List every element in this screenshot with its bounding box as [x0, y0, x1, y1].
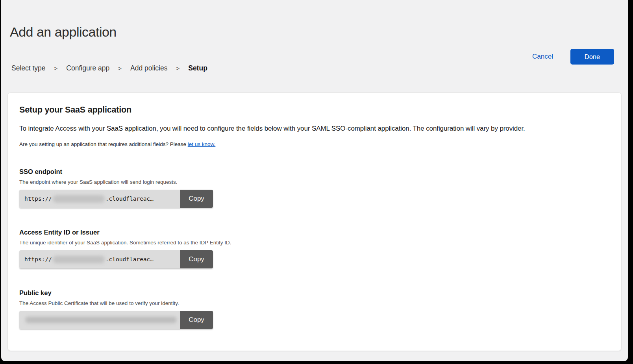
- value-prefix: https://: [24, 196, 52, 202]
- page: Add an application Cancel Done Select ty…: [1, 24, 628, 361]
- let-us-know-link[interactable]: let us know.: [188, 141, 216, 147]
- field-label: Public key: [19, 289, 609, 297]
- breadcrumb-item-add-policies[interactable]: Add policies: [130, 64, 167, 72]
- field-label: SSO endpoint: [19, 168, 609, 176]
- redacted-value: [25, 317, 177, 323]
- field-description: The Access Public Certificate that will …: [19, 300, 609, 306]
- field-description: The endpoint where your SaaS application…: [19, 179, 609, 185]
- copy-button[interactable]: Copy: [180, 311, 213, 329]
- field-public-key: Public key The Access Public Certificate…: [19, 289, 609, 329]
- sso-endpoint-value[interactable]: https:// .cloudflareac…: [19, 190, 180, 208]
- value-suffix: .cloudflareac…: [106, 196, 154, 202]
- field-sso-endpoint: SSO endpoint The endpoint where your Saa…: [19, 168, 609, 208]
- card-intro: To integrate Access with your SaaS appli…: [19, 125, 609, 133]
- access-entity-id-value[interactable]: https:// .cloudflareac…: [19, 250, 180, 268]
- field-description: The unique identifier of your SaaS appli…: [19, 240, 609, 246]
- cancel-button[interactable]: Cancel: [532, 53, 553, 61]
- breadcrumb-separator: >: [176, 65, 180, 72]
- note-text: Are you setting up an application that r…: [19, 141, 188, 147]
- breadcrumb-separator: >: [54, 65, 58, 72]
- access-entity-id-value-row: https:// .cloudflareac… Copy: [19, 250, 213, 268]
- field-label: Access Entity ID or Issuer: [19, 229, 609, 236]
- header-actions: Cancel Done: [532, 49, 614, 65]
- setup-card: Setup your SaaS application To integrate…: [7, 92, 622, 351]
- value-prefix: https://: [24, 256, 52, 262]
- copy-button[interactable]: Copy: [180, 190, 213, 208]
- redacted-value: [53, 256, 105, 263]
- public-key-value[interactable]: [19, 311, 180, 329]
- done-button[interactable]: Done: [570, 49, 614, 65]
- field-access-entity-id: Access Entity ID or Issuer The unique id…: [19, 229, 609, 268]
- app-window: Add an application Cancel Done Select ty…: [1, 0, 628, 361]
- sso-endpoint-value-row: https:// .cloudflareac… Copy: [19, 190, 213, 208]
- card-note: Are you setting up an application that r…: [19, 141, 609, 147]
- breadcrumb: Select type > Configure app > Add polici…: [11, 64, 622, 72]
- card-heading: Setup your SaaS application: [19, 105, 609, 115]
- page-title: Add an application: [10, 24, 622, 40]
- breadcrumb-item-setup: Setup: [188, 64, 207, 72]
- public-key-value-row: Copy: [19, 311, 213, 329]
- copy-button[interactable]: Copy: [180, 250, 213, 268]
- redacted-value: [53, 195, 105, 203]
- value-suffix: .cloudflareac…: [106, 256, 154, 262]
- breadcrumb-item-select-type[interactable]: Select type: [11, 64, 46, 72]
- breadcrumb-item-configure-app[interactable]: Configure app: [66, 64, 109, 72]
- breadcrumb-separator: >: [118, 65, 122, 72]
